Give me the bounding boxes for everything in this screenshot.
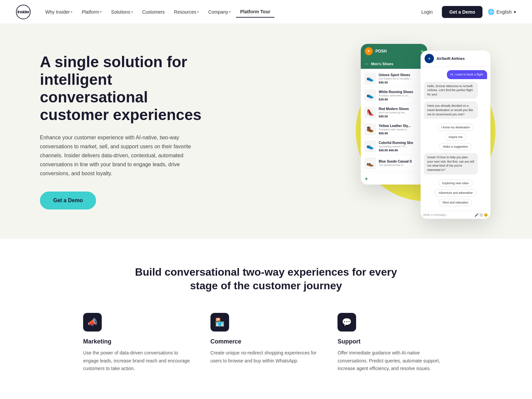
airswift-chat-card: ✈ AirSwift Airlines Hi, I want to book a… <box>421 51 490 219</box>
chat-input-placeholder[interactable]: Write a message... <box>423 213 473 216</box>
product-info: White Running Shoes A classic silhouette… <box>379 90 424 101</box>
globe-icon: 🌐 <box>488 9 494 15</box>
chat-message: I know my destinationInspire meMake a su… <box>424 121 487 150</box>
features-title: Build conversational two-way experiences… <box>133 265 399 293</box>
image-icon: 🖼 <box>479 213 483 217</box>
feature-description: Offer immediate guidance with AI-native … <box>337 349 449 373</box>
product-thumbnail: 👠 <box>364 106 376 118</box>
posh-brand: POSH <box>375 49 387 54</box>
features-section: Build conversational two-way experiences… <box>0 239 532 393</box>
chat-option-group: I know my destinationInspire meMake a su… <box>424 123 487 150</box>
nav-item-solutions[interactable]: Solutions▾ <box>107 7 137 17</box>
logo[interactable]: Insider <box>16 5 31 19</box>
chevron-down-icon: ▾ <box>229 10 231 14</box>
login-button[interactable]: Login <box>417 7 437 17</box>
list-item[interactable]: 🥾 Yellow Leather Sty... Complete with cl… <box>361 121 427 138</box>
list-item[interactable]: 👟 Unisex Sport Shoes Our loafers are a v… <box>361 70 427 87</box>
feature-icon: 📣 <box>83 313 102 332</box>
mockup-phones: P POSH ← Men's Shoes 👟 Unisex Sport Shoe… <box>346 44 505 219</box>
product-price: $45.50 <box>379 115 424 118</box>
product-description: Complete with classic b... <box>379 128 424 131</box>
chat-option-button[interactable]: Exploring new cities <box>439 180 472 187</box>
product-price: $59.99 <box>379 132 424 135</box>
back-icon: ← <box>365 61 369 66</box>
language-selector[interactable]: 🌐 English ▾ <box>488 9 516 15</box>
navbar: Insider Why Insider▾Platform▾Solutions▾C… <box>0 0 532 24</box>
chat-message: Hello, Emma! Welcome to AirSwift Airline… <box>424 82 487 99</box>
chat-option-group: Exploring new citiesAdventure and adrena… <box>424 179 487 206</box>
product-name: Red Modern Shoes <box>379 107 424 111</box>
list-item[interactable]: 👠 Red Modern Shoes Don't be fooled by th… <box>361 104 427 121</box>
nav-item-platform[interactable]: Platform▾ <box>78 7 106 17</box>
product-info: Colorful Running Sho Something casual? T… <box>379 141 424 152</box>
posh-add-button[interactable]: + <box>361 173 427 185</box>
nav-item-company[interactable]: Company▾ <box>204 7 235 17</box>
hero-content: A single solution for intelligent conver… <box>40 53 219 209</box>
chat-bubble-incoming: Have you already decided on a travel des… <box>424 101 478 119</box>
posh-product-list: 👟 Unisex Sport Shoes Our loafers are a v… <box>361 69 427 173</box>
nav-item-customers[interactable]: Customers <box>138 7 169 17</box>
chat-input-icons: 🎤 🖼 😊 <box>474 213 488 217</box>
chevron-down-icon: ▾ <box>71 10 72 14</box>
hero-description: Enhance your customer experience with AI… <box>40 133 200 178</box>
posh-phone-card: P POSH ← Men's Shoes 👟 Unisex Sport Shoe… <box>361 44 427 185</box>
hero-title: A single solution for intelligent conver… <box>40 53 219 124</box>
product-description: Something casual? Th... <box>379 145 424 148</box>
lang-chevron-icon: ▾ <box>514 9 516 15</box>
product-thumbnail: 👟 <box>364 140 376 152</box>
chat-option-button[interactable]: Rest and relaxation <box>439 199 472 206</box>
features-grid: 📣 Marketing Use the power of data-driven… <box>83 313 449 373</box>
product-thumbnail: 👟 <box>364 89 376 101</box>
product-description: The quintessential si... <box>379 164 424 167</box>
product-name: Unisex Sport Shoes <box>379 73 424 77</box>
product-thumbnail: 🥾 <box>364 123 376 135</box>
chevron-down-icon: ▾ <box>100 10 102 14</box>
chat-message: Have you already decided on a travel des… <box>424 101 487 119</box>
posh-header: P POSH <box>361 44 427 59</box>
product-info: Blue Suede Casual S The quintessential s… <box>379 160 424 167</box>
hero-section: A single solution for intelligent conver… <box>0 24 532 239</box>
feature-icon: 🏪 <box>210 313 229 332</box>
nav-demo-button[interactable]: Get a Demo <box>442 6 482 18</box>
nav-right: Login Get a Demo 🌐 English ▾ <box>417 6 516 18</box>
product-name: White Running Shoes <box>379 90 424 94</box>
feature-card: 📣 Marketing Use the power of data-driven… <box>83 313 195 373</box>
airline-logo: ✈ <box>425 54 434 63</box>
feature-description: Use the power of data-driven conversatio… <box>83 349 195 373</box>
nav-item-platform-tour[interactable]: Platform Tour <box>236 6 274 18</box>
product-name: Colorful Running Sho <box>379 141 424 145</box>
product-info: Unisex Sport Shoes Our loafers are a ver… <box>379 73 424 84</box>
chat-option-button[interactable]: Inspire me <box>445 133 466 141</box>
product-price: $45.95 $49.99 <box>379 149 424 152</box>
product-name: Yellow Leather Sty... <box>379 124 424 128</box>
chat-body: Hi, I want to book a flight.Hello, Emma!… <box>421 67 490 211</box>
list-item[interactable]: 👟 Colorful Running Sho Something casual?… <box>361 138 427 155</box>
chat-bubble-incoming: Hello, Emma! Welcome to AirSwift Airline… <box>424 82 478 99</box>
feature-card: 💬 Support Offer immediate guidance with … <box>337 313 449 373</box>
chat-option-button[interactable]: I know my destination <box>438 124 474 131</box>
chat-option-button[interactable]: Make a suggestion <box>439 143 472 150</box>
chat-option-button[interactable]: Adventure and adrenaline <box>435 189 476 197</box>
mic-icon: 🎤 <box>474 213 478 217</box>
product-thumbnail: 👞 <box>364 157 376 169</box>
chevron-down-icon: ▾ <box>197 10 199 14</box>
chat-bubble-outgoing: Hi, I want to book a flight. <box>447 70 487 79</box>
list-item[interactable]: 👟 White Running Shoes A classic silhouet… <box>361 87 427 104</box>
hero-mockup: P POSH ← Men's Shoes 👟 Unisex Sport Shoe… <box>346 44 505 219</box>
hero-cta-button[interactable]: Get a Demo <box>40 192 96 209</box>
product-description: Our loafers are a versatile... <box>379 77 424 80</box>
list-item[interactable]: 👞 Blue Suede Casual S The quintessential… <box>361 155 427 172</box>
chat-bubble-incoming: Great! I'd love to help you plan your ne… <box>424 153 478 174</box>
posh-section-header: ← Men's Shoes <box>361 59 427 69</box>
feature-title: Support <box>337 338 449 345</box>
logo-mark: Insider <box>16 5 31 19</box>
product-price: $39.99 <box>379 98 424 101</box>
feature-title: Marketing <box>83 338 195 345</box>
nav-links: Why Insider▾Platform▾Solutions▾Customers… <box>41 6 417 18</box>
nav-item-why-insider[interactable]: Why Insider▾ <box>41 7 76 17</box>
product-name: Blue Suede Casual S <box>379 160 424 163</box>
product-thumbnail: 👟 <box>364 72 376 84</box>
chat-message: Exploring new citiesAdventure and adrena… <box>424 177 487 206</box>
product-info: Yellow Leather Sty... Complete with clas… <box>379 124 424 135</box>
nav-item-resources[interactable]: Resources▾ <box>170 7 203 17</box>
